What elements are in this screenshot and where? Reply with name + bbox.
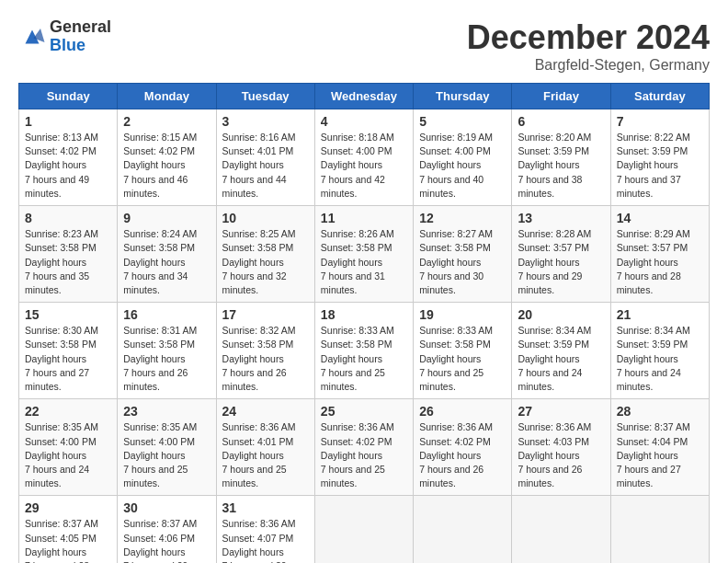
day-info: Sunrise: 8:13 AM Sunset: 4:02 PM Dayligh… xyxy=(25,131,111,201)
title-block: December 2024 Bargfeld-Stegen, Germany xyxy=(467,18,710,74)
day-number: 27 xyxy=(518,404,604,419)
calendar-cell: 15 Sunrise: 8:30 AM Sunset: 3:58 PM Dayl… xyxy=(19,303,118,399)
calendar-cell: 23 Sunrise: 8:35 AM Sunset: 4:00 PM Dayl… xyxy=(118,399,216,496)
day-number: 22 xyxy=(25,404,111,419)
day-info: Sunrise: 8:33 AM Sunset: 3:58 PM Dayligh… xyxy=(419,324,506,394)
day-info: Sunrise: 8:33 AM Sunset: 3:58 PM Dayligh… xyxy=(321,324,407,394)
day-number: 17 xyxy=(222,307,309,322)
col-wednesday: Wednesday xyxy=(314,84,413,109)
day-info: Sunrise: 8:26 AM Sunset: 3:58 PM Dayligh… xyxy=(321,227,407,297)
calendar-cell: 19 Sunrise: 8:33 AM Sunset: 3:58 PM Dayl… xyxy=(414,303,512,399)
day-info: Sunrise: 8:37 AM Sunset: 4:06 PM Dayligh… xyxy=(123,517,210,563)
day-info: Sunrise: 8:36 AM Sunset: 4:07 PM Dayligh… xyxy=(222,517,309,563)
page-header: General Blue December 2024 Bargfeld-Steg… xyxy=(18,18,710,74)
day-info: Sunrise: 8:29 AM Sunset: 3:57 PM Dayligh… xyxy=(617,227,703,297)
calendar-cell: 5 Sunrise: 8:19 AM Sunset: 4:00 PM Dayli… xyxy=(414,109,512,206)
day-info: Sunrise: 8:19 AM Sunset: 4:00 PM Dayligh… xyxy=(419,131,506,201)
day-number: 8 xyxy=(25,211,111,225)
calendar-cell: 27 Sunrise: 8:36 AM Sunset: 4:03 PM Dayl… xyxy=(512,399,610,496)
day-info: Sunrise: 8:20 AM Sunset: 3:59 PM Dayligh… xyxy=(518,131,604,201)
day-number: 1 xyxy=(25,114,111,129)
calendar-cell: 24 Sunrise: 8:36 AM Sunset: 4:01 PM Dayl… xyxy=(216,399,314,496)
calendar-cell xyxy=(314,496,413,563)
month-title: December 2024 xyxy=(467,18,710,57)
day-info: Sunrise: 8:28 AM Sunset: 3:57 PM Dayligh… xyxy=(518,227,604,297)
col-monday: Monday xyxy=(118,84,216,109)
calendar-table: Sunday Monday Tuesday Wednesday Thursday… xyxy=(18,83,710,563)
day-info: Sunrise: 8:34 AM Sunset: 3:59 PM Dayligh… xyxy=(617,324,703,394)
day-number: 6 xyxy=(518,114,604,129)
calendar-cell: 16 Sunrise: 8:31 AM Sunset: 3:58 PM Dayl… xyxy=(118,303,216,399)
calendar-cell: 4 Sunrise: 8:18 AM Sunset: 4:00 PM Dayli… xyxy=(314,109,413,206)
day-number: 23 xyxy=(123,404,210,419)
week-row-2: 8 Sunrise: 8:23 AM Sunset: 3:58 PM Dayli… xyxy=(19,206,710,303)
day-info: Sunrise: 8:36 AM Sunset: 4:02 PM Dayligh… xyxy=(321,420,407,490)
col-friday: Friday xyxy=(512,84,610,109)
day-info: Sunrise: 8:37 AM Sunset: 4:05 PM Dayligh… xyxy=(25,517,111,563)
week-row-5: 29 Sunrise: 8:37 AM Sunset: 4:05 PM Dayl… xyxy=(19,496,710,563)
day-info: Sunrise: 8:32 AM Sunset: 3:58 PM Dayligh… xyxy=(222,324,309,394)
day-number: 13 xyxy=(518,211,604,225)
day-info: Sunrise: 8:36 AM Sunset: 4:02 PM Dayligh… xyxy=(419,420,506,490)
day-number: 29 xyxy=(25,500,111,515)
col-thursday: Thursday xyxy=(414,84,512,109)
calendar-cell: 10 Sunrise: 8:25 AM Sunset: 3:58 PM Dayl… xyxy=(216,206,314,303)
col-tuesday: Tuesday xyxy=(216,84,314,109)
logo-general: General xyxy=(50,18,111,37)
day-number: 12 xyxy=(419,211,506,225)
week-row-4: 22 Sunrise: 8:35 AM Sunset: 4:00 PM Dayl… xyxy=(19,399,710,496)
calendar-cell: 31 Sunrise: 8:36 AM Sunset: 4:07 PM Dayl… xyxy=(216,496,314,563)
day-info: Sunrise: 8:23 AM Sunset: 3:58 PM Dayligh… xyxy=(25,227,111,297)
day-info: Sunrise: 8:27 AM Sunset: 3:58 PM Dayligh… xyxy=(419,227,506,297)
day-number: 16 xyxy=(123,307,210,322)
calendar-cell: 6 Sunrise: 8:20 AM Sunset: 3:59 PM Dayli… xyxy=(512,109,610,206)
day-info: Sunrise: 8:24 AM Sunset: 3:58 PM Dayligh… xyxy=(123,227,210,297)
calendar-cell: 2 Sunrise: 8:15 AM Sunset: 4:02 PM Dayli… xyxy=(118,109,216,206)
calendar-cell: 17 Sunrise: 8:32 AM Sunset: 3:58 PM Dayl… xyxy=(216,303,314,399)
day-info: Sunrise: 8:25 AM Sunset: 3:58 PM Dayligh… xyxy=(222,227,309,297)
day-info: Sunrise: 8:16 AM Sunset: 4:01 PM Dayligh… xyxy=(222,131,309,201)
day-number: 30 xyxy=(123,500,210,515)
day-number: 11 xyxy=(321,211,407,225)
day-number: 31 xyxy=(222,500,309,515)
location-title: Bargfeld-Stegen, Germany xyxy=(467,57,710,74)
calendar-cell: 14 Sunrise: 8:29 AM Sunset: 3:57 PM Dayl… xyxy=(610,206,709,303)
calendar-cell: 30 Sunrise: 8:37 AM Sunset: 4:06 PM Dayl… xyxy=(118,496,216,563)
day-info: Sunrise: 8:36 AM Sunset: 4:01 PM Dayligh… xyxy=(222,420,309,490)
logo: General Blue xyxy=(18,18,111,55)
day-number: 21 xyxy=(617,307,703,322)
week-row-1: 1 Sunrise: 8:13 AM Sunset: 4:02 PM Dayli… xyxy=(19,109,710,206)
day-info: Sunrise: 8:18 AM Sunset: 4:00 PM Dayligh… xyxy=(321,131,407,201)
calendar-cell xyxy=(610,496,709,563)
calendar-cell: 26 Sunrise: 8:36 AM Sunset: 4:02 PM Dayl… xyxy=(414,399,512,496)
day-info: Sunrise: 8:22 AM Sunset: 3:59 PM Dayligh… xyxy=(617,131,703,201)
calendar-cell: 3 Sunrise: 8:16 AM Sunset: 4:01 PM Dayli… xyxy=(216,109,314,206)
calendar-cell: 28 Sunrise: 8:37 AM Sunset: 4:04 PM Dayl… xyxy=(610,399,709,496)
header-row: Sunday Monday Tuesday Wednesday Thursday… xyxy=(19,84,710,109)
day-number: 19 xyxy=(419,307,506,322)
day-number: 9 xyxy=(123,211,210,225)
calendar-cell: 20 Sunrise: 8:34 AM Sunset: 3:59 PM Dayl… xyxy=(512,303,610,399)
calendar-cell: 1 Sunrise: 8:13 AM Sunset: 4:02 PM Dayli… xyxy=(19,109,118,206)
calendar-cell: 21 Sunrise: 8:34 AM Sunset: 3:59 PM Dayl… xyxy=(610,303,709,399)
day-number: 14 xyxy=(617,211,703,225)
calendar-cell: 13 Sunrise: 8:28 AM Sunset: 3:57 PM Dayl… xyxy=(512,206,610,303)
calendar-cell: 18 Sunrise: 8:33 AM Sunset: 3:58 PM Dayl… xyxy=(314,303,413,399)
calendar-cell xyxy=(414,496,512,563)
day-number: 4 xyxy=(321,114,407,129)
logo-icon xyxy=(18,23,46,51)
day-info: Sunrise: 8:30 AM Sunset: 3:58 PM Dayligh… xyxy=(25,324,111,394)
day-number: 3 xyxy=(222,114,309,129)
calendar-cell: 7 Sunrise: 8:22 AM Sunset: 3:59 PM Dayli… xyxy=(610,109,709,206)
day-number: 7 xyxy=(617,114,703,129)
day-number: 2 xyxy=(123,114,210,129)
day-info: Sunrise: 8:35 AM Sunset: 4:00 PM Dayligh… xyxy=(123,420,210,490)
calendar-cell: 25 Sunrise: 8:36 AM Sunset: 4:02 PM Dayl… xyxy=(314,399,413,496)
col-sunday: Sunday xyxy=(19,84,118,109)
day-info: Sunrise: 8:34 AM Sunset: 3:59 PM Dayligh… xyxy=(518,324,604,394)
day-number: 24 xyxy=(222,404,309,419)
day-info: Sunrise: 8:35 AM Sunset: 4:00 PM Dayligh… xyxy=(25,420,111,490)
day-info: Sunrise: 8:15 AM Sunset: 4:02 PM Dayligh… xyxy=(123,131,210,201)
day-info: Sunrise: 8:36 AM Sunset: 4:03 PM Dayligh… xyxy=(518,420,604,490)
calendar-cell: 11 Sunrise: 8:26 AM Sunset: 3:58 PM Dayl… xyxy=(314,206,413,303)
